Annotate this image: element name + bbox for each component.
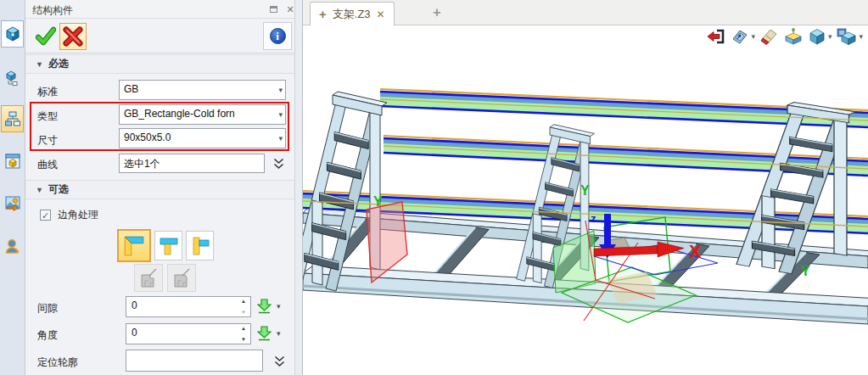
dropdown-icon[interactable]: ▾	[828, 32, 832, 41]
collapse-icon: ▼	[36, 186, 43, 194]
history-tree-icon	[4, 110, 21, 127]
visualize-manager-button[interactable]	[1, 148, 24, 175]
display-mode-cube-icon	[837, 28, 857, 45]
plus-icon: +	[433, 5, 440, 20]
gap-value: 0	[132, 299, 137, 311]
curve-expand-button[interactable]	[269, 154, 288, 173]
profile-input[interactable]	[126, 350, 263, 372]
size-combobox[interactable]: 90x50x5.0 ▾	[119, 128, 286, 148]
ladder-frame-right	[736, 103, 855, 274]
manager-sidebar	[0, 0, 25, 375]
solid-cube-icon	[4, 25, 21, 42]
dropdown-icon[interactable]: ▾	[277, 329, 281, 338]
erase-button[interactable]	[760, 28, 779, 45]
ok-button[interactable]	[34, 25, 58, 48]
image-render-icon	[4, 195, 21, 212]
double-chevron-down-icon	[273, 158, 284, 170]
structural-member-panel: 结构构件 ✕ i ▼ 必选 标准 GB	[25, 0, 303, 375]
corner-chamfer-icon	[138, 268, 159, 288]
green-down-arrow-icon	[257, 326, 272, 341]
gap-spinner[interactable]: 0 ▲ ▼	[126, 296, 251, 317]
y-axis-label: Y	[801, 264, 810, 278]
double-chevron-down-icon	[274, 355, 285, 367]
y-axis-label: Y	[580, 183, 590, 198]
corner-butt1-button[interactable]	[154, 231, 182, 260]
standard-value: GB	[124, 83, 138, 95]
optional-section-label: 可选	[48, 182, 69, 197]
display-mode-button[interactable]: ▾	[837, 28, 863, 45]
restore-icon	[270, 6, 277, 13]
required-section-header[interactable]: ▼ 必选	[25, 54, 302, 74]
dropdown-icon: ▾	[278, 134, 283, 143]
pin-box-icon	[784, 28, 803, 45]
corner-treatment-checkbox[interactable]: ✓	[40, 210, 51, 221]
type-value: GB_Rectangle-Cold forn	[124, 108, 235, 120]
info-button[interactable]: i	[263, 22, 292, 50]
tab-close-icon[interactable]: ✕	[377, 8, 385, 20]
viewport-canvas[interactable]: z X Y Y Y	[303, 25, 868, 375]
panel-title: 结构构件	[32, 3, 73, 18]
shaded-display-button[interactable]: ▾	[808, 28, 832, 45]
pin-box-button[interactable]	[784, 28, 803, 45]
corner-treatment-label: 边角处理	[58, 208, 98, 222]
user-icon	[4, 238, 21, 255]
shaded-cube-icon	[808, 28, 826, 45]
panel-titlebar: 结构构件 ✕	[25, 0, 302, 19]
shape-manager-button[interactable]	[1, 20, 24, 48]
panel-splitter[interactable]	[294, 0, 302, 375]
corner-fillet-icon	[171, 268, 192, 288]
spin-up-icon[interactable]: ▲	[241, 298, 246, 305]
exit-button[interactable]	[707, 28, 725, 45]
new-tab-button[interactable]: +	[428, 4, 445, 21]
render-manager-button[interactable]	[1, 190, 24, 217]
angle-value: 0	[132, 327, 137, 339]
gap-label: 间隙	[37, 301, 58, 316]
gap-quick-set-button[interactable]	[255, 297, 273, 316]
panel-restore-button[interactable]	[266, 3, 280, 15]
type-combobox[interactable]: GB_Rectangle-Cold forn ▾	[119, 104, 286, 125]
corner-butt2-icon	[190, 236, 210, 256]
info-icon: i	[270, 28, 286, 44]
corner-butt2-button[interactable]	[186, 231, 214, 260]
view-toolbar: ▾ ▾	[707, 28, 863, 45]
dropdown-icon: ▾	[278, 86, 283, 94]
profile-expand-button[interactable]	[270, 351, 288, 371]
angle-label: 角度	[37, 328, 58, 343]
assembly-tree-icon	[4, 70, 21, 87]
curve-label: 曲线	[37, 158, 58, 172]
history-manager-button[interactable]	[1, 105, 24, 132]
size-label: 尺寸	[37, 133, 58, 148]
spin-down-icon[interactable]: ▼	[241, 309, 246, 316]
datum-view-button[interactable]: ▾	[731, 28, 755, 45]
standard-label: 标准	[37, 85, 58, 99]
corner-chamfer-button[interactable]	[134, 264, 163, 292]
checkmark-icon: ✓	[42, 211, 49, 220]
cancel-x-icon	[63, 26, 83, 47]
exit-icon	[707, 28, 725, 45]
angle-spinner[interactable]: 0 ▲ ▼	[126, 323, 251, 344]
role-manager-button[interactable]	[1, 232, 24, 260]
corner-miter-button[interactable]	[117, 229, 151, 262]
green-down-arrow-icon	[257, 299, 272, 314]
cancel-button[interactable]	[59, 23, 87, 50]
optional-section-header[interactable]: ▼ 可选	[25, 180, 302, 199]
angle-quick-set-button[interactable]	[255, 324, 273, 343]
spin-up-icon[interactable]: ▲	[241, 325, 246, 332]
type-label: 类型	[37, 109, 58, 124]
tab-plus-icon: +	[319, 7, 327, 21]
dropdown-icon[interactable]: ▾	[859, 32, 863, 41]
standard-combobox[interactable]: GB ▾	[119, 80, 286, 100]
curve-value: 选中1个	[124, 158, 160, 170]
dropdown-icon[interactable]: ▾	[277, 302, 281, 311]
corner-fillet-button[interactable]	[167, 264, 196, 292]
spin-down-icon[interactable]: ▼	[241, 336, 246, 343]
assembly-manager-button[interactable]	[1, 64, 24, 92]
curve-input[interactable]: 选中1个	[119, 154, 265, 173]
view-cube-window-icon	[4, 153, 21, 170]
datum-plane-icon	[731, 28, 749, 45]
eraser-icon	[760, 28, 779, 45]
profile-label: 定位轮廓	[37, 355, 78, 370]
document-tab[interactable]: + 支架.Z3 ✕	[310, 2, 395, 25]
x-axis-label: X	[689, 241, 702, 262]
dropdown-icon[interactable]: ▾	[751, 32, 755, 41]
